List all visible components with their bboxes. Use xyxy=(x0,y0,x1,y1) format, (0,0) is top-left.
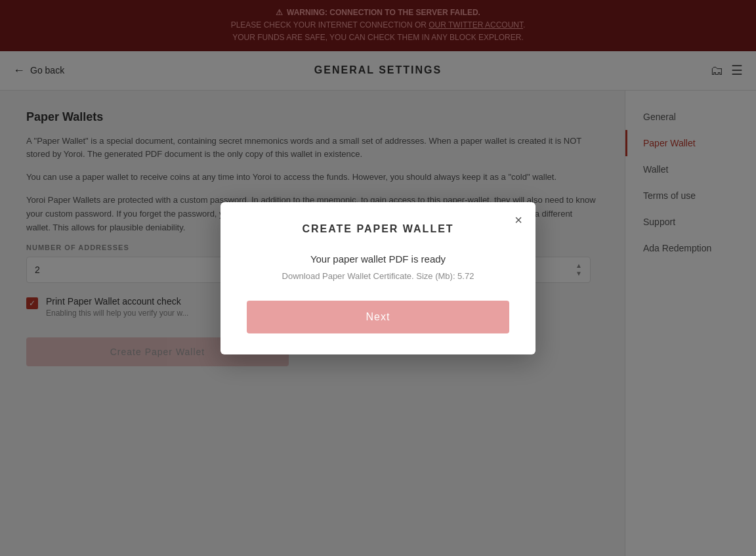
modal: × CREATE PAPER WALLET Your paper wallet … xyxy=(220,202,536,354)
modal-close-button[interactable]: × xyxy=(514,213,522,228)
modal-size-text: Download Paper Wallet Certificate. Size … xyxy=(247,271,509,281)
modal-title: CREATE PAPER WALLET xyxy=(247,223,509,235)
modal-ready-text: Your paper wallet PDF is ready xyxy=(247,253,509,265)
modal-overlay: × CREATE PAPER WALLET Your paper wallet … xyxy=(0,0,756,556)
modal-next-button[interactable]: Next xyxy=(247,301,509,333)
